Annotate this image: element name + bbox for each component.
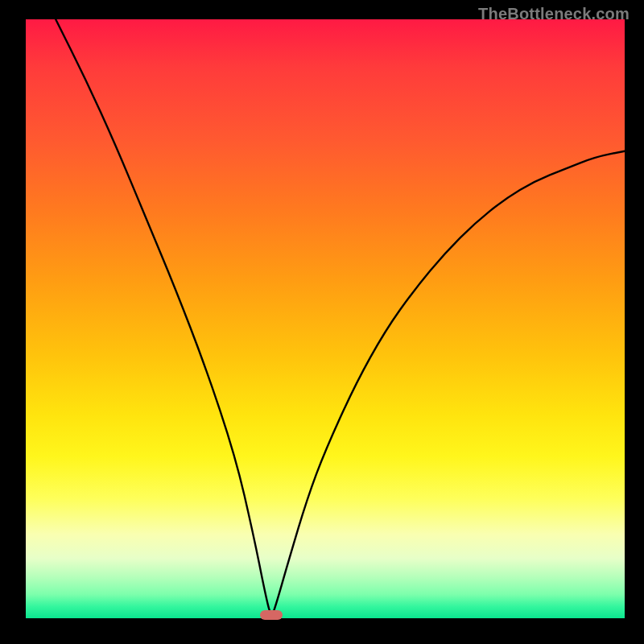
bottleneck-curve [26,19,625,618]
optimal-marker [260,610,283,620]
plot-area [26,19,625,618]
chart-frame: TheBottleneck.com [0,0,644,644]
